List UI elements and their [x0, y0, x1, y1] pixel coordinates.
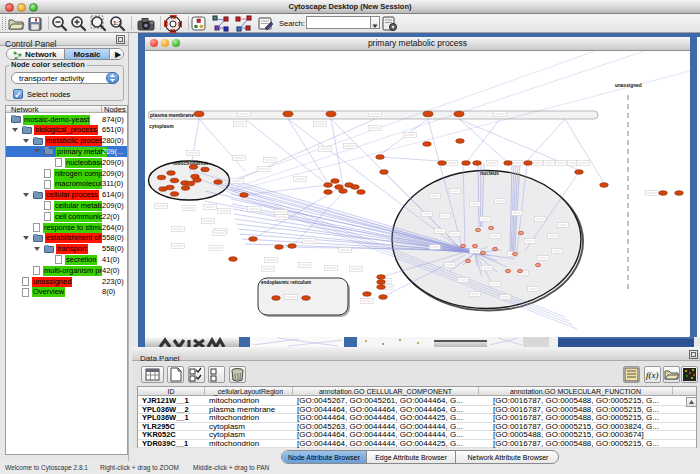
svg-text:nucleus: nucleus — [480, 170, 499, 176]
svg-text:1:1: 1:1 — [113, 20, 122, 26]
svg-text:f(x): f(x) — [646, 370, 659, 380]
svg-text:plasma membrane: plasma membrane — [150, 112, 194, 118]
svg-text:cytoplasm: cytoplasm — [149, 123, 174, 129]
svg-text:endoplasmic reticulum: endoplasmic reticulum — [261, 280, 311, 285]
